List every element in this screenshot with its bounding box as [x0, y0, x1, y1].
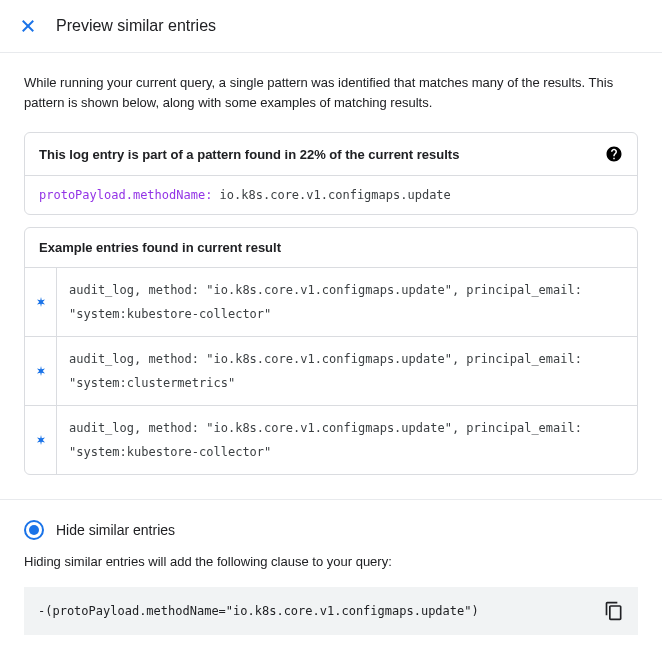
row-icon-cell [25, 406, 57, 474]
pattern-header: This log entry is part of a pattern foun… [25, 133, 637, 176]
example-row: audit_log, method: "io.k8s.core.v1.confi… [25, 337, 637, 406]
radio-hide-similar[interactable]: Hide similar entries [24, 520, 638, 540]
example-row: audit_log, method: "io.k8s.core.v1.confi… [25, 406, 637, 474]
radio-label-hide: Hide similar entries [56, 522, 175, 538]
dialog-title: Preview similar entries [56, 17, 216, 35]
example-row: audit_log, method: "io.k8s.core.v1.confi… [25, 268, 637, 337]
query-clause-box: -(protoPayload.methodName="io.k8s.core.v… [24, 587, 638, 635]
asterisk-icon [35, 365, 47, 377]
pattern-body: protoPayload.methodName: io.k8s.core.v1.… [25, 176, 637, 214]
example-card: Example entries found in current result … [24, 227, 638, 475]
row-icon-cell [25, 337, 57, 405]
section-divider [0, 499, 662, 500]
help-icon[interactable] [605, 145, 623, 163]
pattern-key: protoPayload.methodName: [39, 188, 212, 202]
asterisk-icon [35, 434, 47, 446]
example-header: Example entries found in current result [25, 228, 637, 268]
pattern-header-text: This log entry is part of a pattern foun… [39, 147, 459, 162]
row-content: audit_log, method: "io.k8s.core.v1.confi… [57, 406, 637, 474]
dialog-content: While running your current query, a sing… [0, 53, 662, 649]
row-content: audit_log, method: "io.k8s.core.v1.confi… [57, 337, 637, 405]
hide-description: Hiding similar entries will add the foll… [24, 554, 638, 569]
pattern-card: This log entry is part of a pattern foun… [24, 132, 638, 215]
dialog-header: Preview similar entries [0, 0, 662, 53]
row-icon-cell [25, 268, 57, 336]
intro-text: While running your current query, a sing… [24, 73, 638, 112]
close-button[interactable] [16, 14, 40, 38]
close-icon [19, 17, 37, 35]
pattern-value: io.k8s.core.v1.configmaps.update [212, 188, 450, 202]
radio-button-selected [24, 520, 44, 540]
copy-icon[interactable] [604, 601, 624, 621]
row-content: audit_log, method: "io.k8s.core.v1.confi… [57, 268, 637, 336]
asterisk-icon [35, 296, 47, 308]
query-clause-text: -(protoPayload.methodName="io.k8s.core.v… [38, 604, 479, 618]
